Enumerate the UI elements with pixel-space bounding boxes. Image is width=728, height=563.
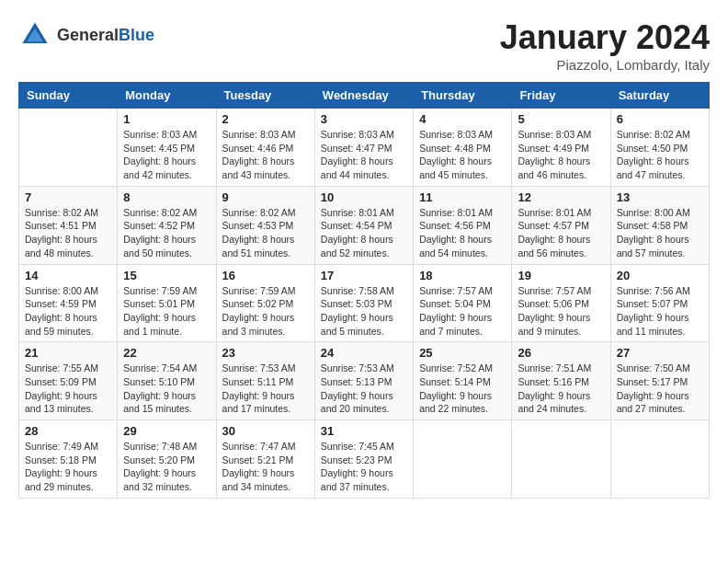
day-number: 17 xyxy=(321,269,407,282)
day-number: 28 xyxy=(25,424,111,438)
calendar-cell: 15Sunrise: 7:59 AM Sunset: 5:01 PM Dayli… xyxy=(118,264,216,342)
calendar-week-row: 21Sunrise: 7:55 AM Sunset: 5:09 PM Dayli… xyxy=(19,342,710,420)
day-detail: Sunrise: 7:57 AM Sunset: 5:04 PM Dayligh… xyxy=(419,284,506,339)
logo-icon xyxy=(18,18,51,52)
calendar-cell xyxy=(414,420,512,499)
day-detail: Sunrise: 7:49 AM Sunset: 5:18 PM Dayligh… xyxy=(25,440,111,494)
calendar-cell: 5Sunrise: 8:03 AM Sunset: 4:49 PM Daylig… xyxy=(512,109,610,187)
calendar-table: SundayMondayTuesdayWednesdayThursdayFrid… xyxy=(18,82,710,499)
day-number: 8 xyxy=(123,190,210,204)
calendar-cell: 31Sunrise: 7:45 AM Sunset: 5:23 PM Dayli… xyxy=(314,420,413,499)
day-number: 26 xyxy=(518,346,604,360)
logo-general: General xyxy=(57,26,119,44)
day-detail: Sunrise: 7:48 AM Sunset: 5:20 PM Dayligh… xyxy=(123,440,210,494)
calendar-cell: 16Sunrise: 7:59 AM Sunset: 5:02 PM Dayli… xyxy=(216,264,314,342)
calendar-cell: 30Sunrise: 7:47 AM Sunset: 5:21 PM Dayli… xyxy=(216,420,314,499)
day-number: 14 xyxy=(25,269,111,282)
calendar-cell xyxy=(512,420,610,499)
calendar-cell: 12Sunrise: 8:01 AM Sunset: 4:57 PM Dayli… xyxy=(512,186,610,264)
day-number: 4 xyxy=(419,112,506,126)
calendar-cell: 4Sunrise: 8:03 AM Sunset: 4:48 PM Daylig… xyxy=(414,109,512,187)
calendar-body: 1Sunrise: 8:03 AM Sunset: 4:45 PM Daylig… xyxy=(19,109,710,499)
day-detail: Sunrise: 7:47 AM Sunset: 5:21 PM Dayligh… xyxy=(222,440,309,494)
day-number: 12 xyxy=(518,190,604,204)
calendar-cell: 10Sunrise: 8:01 AM Sunset: 4:54 PM Dayli… xyxy=(314,186,413,264)
day-detail: Sunrise: 8:03 AM Sunset: 4:45 PM Dayligh… xyxy=(123,128,210,182)
page-header: GeneralBlue January 2024 Piazzolo, Lomba… xyxy=(18,18,710,73)
day-number: 22 xyxy=(123,346,210,360)
calendar-cell: 6Sunrise: 8:02 AM Sunset: 4:50 PM Daylig… xyxy=(610,109,709,187)
calendar-cell: 23Sunrise: 7:53 AM Sunset: 5:11 PM Dayli… xyxy=(216,342,314,420)
day-detail: Sunrise: 8:01 AM Sunset: 4:54 PM Dayligh… xyxy=(321,206,407,260)
day-number: 31 xyxy=(321,424,407,438)
day-number: 29 xyxy=(123,424,210,438)
weekday-header-friday: Friday xyxy=(512,83,610,109)
weekday-header-thursday: Thursday xyxy=(414,83,512,109)
logo: GeneralBlue xyxy=(18,18,154,52)
calendar-cell: 21Sunrise: 7:55 AM Sunset: 5:09 PM Dayli… xyxy=(19,342,118,420)
day-detail: Sunrise: 8:02 AM Sunset: 4:53 PM Dayligh… xyxy=(222,206,309,260)
day-detail: Sunrise: 7:55 AM Sunset: 5:09 PM Dayligh… xyxy=(25,362,111,416)
day-number: 18 xyxy=(419,269,506,282)
day-number: 11 xyxy=(419,190,506,204)
calendar-cell xyxy=(19,109,118,187)
calendar-header: SundayMondayTuesdayWednesdayThursdayFrid… xyxy=(19,83,710,109)
weekday-header-row: SundayMondayTuesdayWednesdayThursdayFrid… xyxy=(19,83,710,109)
calendar-cell: 22Sunrise: 7:54 AM Sunset: 5:10 PM Dayli… xyxy=(118,342,216,420)
day-number: 30 xyxy=(222,424,309,438)
day-detail: Sunrise: 7:50 AM Sunset: 5:17 PM Dayligh… xyxy=(617,362,703,416)
calendar-cell: 13Sunrise: 8:00 AM Sunset: 4:58 PM Dayli… xyxy=(610,186,709,264)
day-detail: Sunrise: 7:56 AM Sunset: 5:07 PM Dayligh… xyxy=(617,284,703,339)
calendar-cell: 7Sunrise: 8:02 AM Sunset: 4:51 PM Daylig… xyxy=(19,186,118,264)
day-detail: Sunrise: 8:03 AM Sunset: 4:46 PM Dayligh… xyxy=(222,128,309,182)
day-detail: Sunrise: 7:59 AM Sunset: 5:01 PM Dayligh… xyxy=(123,284,210,339)
day-detail: Sunrise: 8:00 AM Sunset: 4:59 PM Dayligh… xyxy=(25,284,111,339)
day-detail: Sunrise: 7:54 AM Sunset: 5:10 PM Dayligh… xyxy=(123,362,210,416)
calendar-cell: 14Sunrise: 8:00 AM Sunset: 4:59 PM Dayli… xyxy=(19,264,118,342)
day-detail: Sunrise: 8:01 AM Sunset: 4:56 PM Dayligh… xyxy=(419,206,506,260)
logo-blue: Blue xyxy=(119,26,154,44)
day-detail: Sunrise: 7:59 AM Sunset: 5:02 PM Dayligh… xyxy=(222,284,309,339)
location: Piazzolo, Lombardy, Italy xyxy=(500,57,710,73)
calendar-week-row: 14Sunrise: 8:00 AM Sunset: 4:59 PM Dayli… xyxy=(19,264,710,342)
day-detail: Sunrise: 8:03 AM Sunset: 4:49 PM Dayligh… xyxy=(518,128,604,182)
calendar-cell: 28Sunrise: 7:49 AM Sunset: 5:18 PM Dayli… xyxy=(19,420,118,499)
calendar-cell: 26Sunrise: 7:51 AM Sunset: 5:16 PM Dayli… xyxy=(512,342,610,420)
calendar-cell: 3Sunrise: 8:03 AM Sunset: 4:47 PM Daylig… xyxy=(314,109,413,187)
calendar-week-row: 1Sunrise: 8:03 AM Sunset: 4:45 PM Daylig… xyxy=(19,109,710,187)
day-number: 1 xyxy=(123,112,210,126)
day-number: 20 xyxy=(617,269,703,282)
month-title: January 2024 xyxy=(500,18,710,57)
weekday-header-saturday: Saturday xyxy=(610,83,709,109)
day-detail: Sunrise: 7:45 AM Sunset: 5:23 PM Dayligh… xyxy=(321,440,407,494)
calendar-cell xyxy=(610,420,709,499)
calendar-week-row: 28Sunrise: 7:49 AM Sunset: 5:18 PM Dayli… xyxy=(19,420,710,499)
day-detail: Sunrise: 7:53 AM Sunset: 5:11 PM Dayligh… xyxy=(222,362,309,416)
day-number: 27 xyxy=(617,346,703,360)
weekday-header-wednesday: Wednesday xyxy=(314,83,413,109)
day-number: 16 xyxy=(222,269,309,282)
calendar-cell: 2Sunrise: 8:03 AM Sunset: 4:46 PM Daylig… xyxy=(216,109,314,187)
day-detail: Sunrise: 7:52 AM Sunset: 5:14 PM Dayligh… xyxy=(419,362,506,416)
day-number: 15 xyxy=(123,269,210,282)
day-number: 25 xyxy=(419,346,506,360)
day-detail: Sunrise: 7:51 AM Sunset: 5:16 PM Dayligh… xyxy=(518,362,604,416)
weekday-header-tuesday: Tuesday xyxy=(216,83,314,109)
calendar-cell: 25Sunrise: 7:52 AM Sunset: 5:14 PM Dayli… xyxy=(414,342,512,420)
day-number: 23 xyxy=(222,346,309,360)
day-detail: Sunrise: 7:53 AM Sunset: 5:13 PM Dayligh… xyxy=(321,362,407,416)
day-number: 3 xyxy=(321,112,407,126)
day-detail: Sunrise: 8:01 AM Sunset: 4:57 PM Dayligh… xyxy=(518,206,604,260)
logo-text: GeneralBlue xyxy=(57,26,154,45)
day-number: 19 xyxy=(518,269,604,282)
calendar-cell: 8Sunrise: 8:02 AM Sunset: 4:52 PM Daylig… xyxy=(118,186,216,264)
day-number: 6 xyxy=(617,112,703,126)
day-detail: Sunrise: 8:03 AM Sunset: 4:48 PM Dayligh… xyxy=(419,128,506,182)
day-detail: Sunrise: 7:58 AM Sunset: 5:03 PM Dayligh… xyxy=(321,284,407,339)
day-detail: Sunrise: 8:00 AM Sunset: 4:58 PM Dayligh… xyxy=(617,206,703,260)
day-number: 13 xyxy=(617,190,703,204)
day-detail: Sunrise: 8:03 AM Sunset: 4:47 PM Dayligh… xyxy=(321,128,407,182)
weekday-header-sunday: Sunday xyxy=(19,83,118,109)
calendar-cell: 29Sunrise: 7:48 AM Sunset: 5:20 PM Dayli… xyxy=(118,420,216,499)
day-detail: Sunrise: 8:02 AM Sunset: 4:50 PM Dayligh… xyxy=(617,128,703,182)
